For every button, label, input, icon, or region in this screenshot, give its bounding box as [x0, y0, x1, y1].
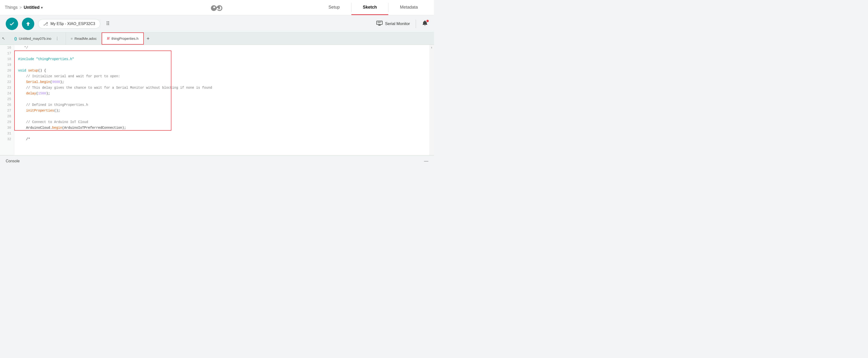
- code-line-18: #include "thingProperties.h": [18, 56, 434, 62]
- file-tab-label-1: ReadMe.adoc: [74, 36, 97, 40]
- breadcrumb-separator: >: [20, 5, 22, 10]
- code-line-19: [18, 62, 434, 68]
- line-num-18: 18: [0, 56, 14, 62]
- code-line-27: initProperties();: [18, 108, 434, 113]
- line-num-28: 28: [0, 113, 14, 119]
- line-num-21: 21: [0, 74, 14, 79]
- notification-badge: [426, 19, 429, 23]
- line-num-24: 24: [0, 90, 14, 96]
- tab-setup[interactable]: Setup: [317, 0, 351, 15]
- code-line-29: // Connect to Arduino IoT Cloud: [18, 119, 434, 125]
- add-tab-button[interactable]: +: [144, 35, 153, 42]
- line-num-29: 29: [0, 119, 14, 125]
- breadcrumb-current-label: Untitled: [24, 5, 39, 10]
- device-label: My ESp - XIAO_ESP32C3: [51, 22, 95, 26]
- line-num-22: 22: [0, 79, 14, 85]
- breadcrumb-dropdown-icon[interactable]: ▾: [41, 6, 42, 9]
- verify-button[interactable]: [6, 18, 18, 30]
- code-line-30: ArduinoCloud.begin(ArduinoIoTPreferredCo…: [18, 125, 434, 131]
- line-num-26: 26: [0, 102, 14, 108]
- arduino-logo: [211, 4, 224, 11]
- toolbar-right: Serial Monitor: [376, 20, 428, 28]
- notification-button[interactable]: [422, 20, 428, 28]
- code-line-32: /*: [18, 136, 434, 142]
- file-tab-thingprops[interactable]: H thingProperties.h: [102, 32, 144, 45]
- console-minimize-button[interactable]: —: [424, 159, 428, 164]
- file-tab-readme[interactable]: ≡ ReadMe.adoc: [66, 32, 102, 45]
- scrollbar-right[interactable]: ⇕: [429, 45, 434, 155]
- line-num-30: 30: [0, 125, 14, 131]
- serial-monitor-label: Serial Monitor: [385, 22, 410, 26]
- line-num-20: 20: [0, 68, 14, 74]
- device-selector[interactable]: ⎇ My ESp - XIAO_ESP32C3: [38, 19, 100, 29]
- usb-icon: ⎇: [43, 21, 48, 26]
- code-line-16: */: [18, 45, 434, 51]
- code-line-26: // Defined in thingProperties.h: [18, 102, 434, 108]
- cursor-indicator: ↖: [2, 36, 5, 41]
- line-num-17: 17: [0, 51, 14, 56]
- code-line-23: // This delay gives the chance to wait f…: [18, 85, 434, 90]
- toolbar: ⎇ My ESp - XIAO_ESP32C3 ⠿ Serial Monitor: [0, 15, 434, 32]
- code-line-25: [18, 96, 434, 102]
- code-line-20: void setup() {: [18, 68, 434, 74]
- line-num-27: 27: [0, 108, 14, 113]
- code-line-31: [18, 131, 434, 136]
- line-num-32: 32: [0, 136, 14, 142]
- breadcrumb-things[interactable]: Things: [5, 5, 18, 10]
- svg-rect-1: [378, 25, 381, 26]
- code-line-21: // Initialize serial and wait for port t…: [18, 74, 434, 79]
- code-line-28: [18, 113, 434, 119]
- line-num-25: 25: [0, 96, 14, 102]
- cursor-area: ↖: [2, 36, 9, 41]
- line-numbers: 16 17 18 19 20 21 22 23 24 25 26 27 28 2…: [0, 45, 14, 155]
- file-tab-icon-0: {}: [14, 37, 17, 40]
- upload-button[interactable]: [22, 18, 34, 30]
- line-num-16: 16: [0, 45, 14, 51]
- code-line-24: delay(1500);: [18, 90, 434, 96]
- code-line-17: [18, 51, 434, 56]
- monitor-grid-icon[interactable]: ⠿: [106, 21, 110, 27]
- console-bar: Console —: [0, 155, 434, 167]
- tab-sketch[interactable]: Sketch: [351, 0, 388, 15]
- file-tab-icon-2: H: [107, 37, 110, 40]
- breadcrumb-current[interactable]: Untitled ▾: [24, 5, 42, 10]
- code-line-22: Serial.begin(9600);: [18, 79, 434, 85]
- line-num-19: 19: [0, 62, 14, 68]
- top-header: Things > Untitled ▾ Setup Sketch Metadat…: [0, 0, 434, 15]
- file-tab-more-0[interactable]: ⋮: [53, 36, 61, 41]
- editor-area: 16 17 18 19 20 21 22 23 24 25 26 27 28 2…: [0, 45, 434, 155]
- top-tabs: Setup Sketch Metadata: [317, 0, 429, 15]
- console-label: Console: [6, 159, 20, 163]
- scroll-down-icon[interactable]: ⇕: [431, 46, 432, 49]
- line-num-31: 31: [0, 131, 14, 136]
- serial-monitor-icon: [376, 21, 382, 27]
- file-tabs-bar: ↖ {} Untitled_may07b.ino ⋮ ≡ ReadMe.adoc…: [0, 32, 434, 45]
- code-editor[interactable]: */ #include "thingProperties.h" void set…: [14, 45, 434, 155]
- file-tab-untitled[interactable]: {} Untitled_may07b.ino ⋮: [9, 32, 66, 45]
- file-tab-icon-1: ≡: [71, 37, 72, 40]
- file-tab-label-0: Untitled_may07b.ino: [19, 36, 52, 40]
- serial-monitor-button[interactable]: Serial Monitor: [376, 21, 410, 27]
- breadcrumb: Things > Untitled ▾: [5, 5, 42, 10]
- tab-metadata[interactable]: Metadata: [389, 0, 429, 15]
- line-num-23: 23: [0, 85, 14, 90]
- file-tab-label-2: thingProperties.h: [112, 36, 138, 40]
